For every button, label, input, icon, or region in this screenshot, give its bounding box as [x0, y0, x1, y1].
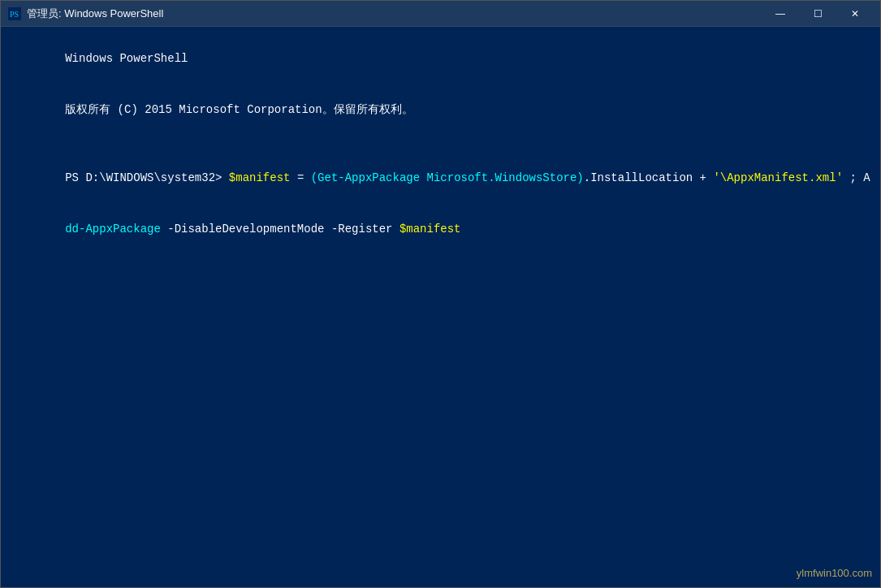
- console-wrapper: Windows PowerShell 版权所有 (C) 2015 Microso…: [1, 27, 880, 587]
- maximize-button[interactable]: ☐: [799, 1, 836, 27]
- line4-flag1: -DisableDevelopmentMode: [161, 223, 325, 236]
- console-line-2: 版权所有 (C) 2015 Microsoft Corporation。保留所有…: [11, 84, 870, 136]
- line4-var: $manifest: [399, 223, 461, 236]
- line3-prop: .InstallLocation: [584, 171, 693, 184]
- console-line-1: Windows PowerShell: [11, 33, 870, 84]
- line2-text: 版权所有 (C) 2015 Microsoft Corporation。保留所有…: [65, 103, 412, 116]
- console-line-blank: [11, 136, 870, 153]
- line3-concat: +: [693, 171, 713, 184]
- line3-var: $manifest: [229, 171, 291, 184]
- line1-text: Windows PowerShell: [65, 52, 188, 65]
- line3-prompt: PS D:\WINDOWS\system32>: [65, 171, 229, 184]
- line4-cmd: dd-AppxPackage: [65, 223, 161, 236]
- line3-str: '\AppxManifest.xml': [713, 171, 843, 184]
- window-controls: — ☐ ✕: [762, 1, 874, 27]
- line3-cmd: (Get-AppxPackage Microsoft.WindowsStore): [311, 171, 584, 184]
- minimize-button[interactable]: —: [762, 1, 799, 27]
- line4-flag2: -Register: [324, 223, 399, 236]
- line3-op: =: [290, 171, 310, 184]
- titlebar: PS 管理员: Windows PowerShell — ☐ ✕: [1, 1, 880, 27]
- console-area[interactable]: Windows PowerShell 版权所有 (C) 2015 Microso…: [1, 27, 880, 587]
- svg-text:PS: PS: [10, 10, 19, 19]
- window-title: 管理员: Windows PowerShell: [27, 6, 762, 21]
- line3-sep: ; A: [843, 171, 870, 184]
- powershell-icon: PS: [7, 6, 22, 21]
- console-line-4: dd-AppxPackage -DisableDevelopmentMode -…: [11, 204, 870, 255]
- console-line-3: PS D:\WINDOWS\system32> $manifest = (Get…: [11, 153, 870, 204]
- powershell-window: PS 管理员: Windows PowerShell — ☐ ✕ Windows…: [0, 0, 881, 588]
- close-button[interactable]: ✕: [836, 1, 874, 27]
